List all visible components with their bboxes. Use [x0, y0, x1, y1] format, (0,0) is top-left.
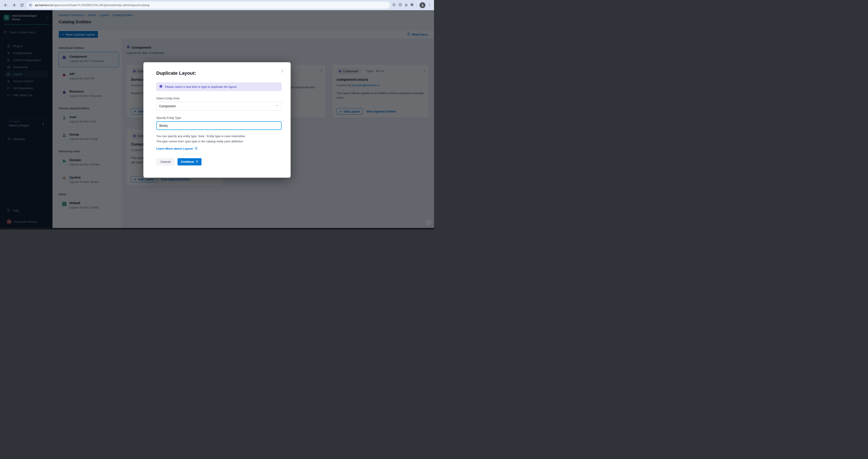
cancel-button[interactable]: Cancel	[156, 158, 175, 166]
url-text: qa.harness.io/ng/account/zEaak-FLS425IEO…	[35, 3, 150, 7]
learn-more-label: Learn More about Layout	[156, 147, 193, 150]
reload-button[interactable]	[19, 2, 25, 9]
window-bottom-edge	[0, 228, 434, 229]
entity-kind-select[interactable]: Component	[156, 102, 282, 110]
modal-title: Duplicate Layout:	[156, 70, 282, 76]
browser-window: qa.harness.io/ng/account/zEaak-FLS425IEO…	[0, 0, 434, 229]
entity-kind-label: Select Entity Kind	[156, 97, 282, 100]
browser-menu-kebab-icon[interactable]	[428, 3, 431, 7]
entity-kind-selected-value: Component	[159, 104, 176, 108]
continue-label: Continue	[181, 160, 194, 164]
address-bar[interactable]: qa.harness.io/ng/account/zEaak-FLS425IEO…	[27, 2, 390, 9]
entity-type-input[interactable]	[156, 121, 282, 130]
external-doc-icon	[194, 147, 198, 151]
extension-badge-icon[interactable]	[398, 3, 402, 8]
learn-more-link[interactable]: Learn More about Layout	[156, 147, 282, 151]
chevron-down-icon	[276, 104, 279, 108]
bookmark-star-icon[interactable]	[392, 3, 396, 8]
url-host: qa.harness.io	[35, 3, 53, 7]
browser-chrome: qa.harness.io/ng/account/zEaak-FLS425IEO…	[0, 0, 434, 10]
site-settings-icon[interactable]	[28, 2, 33, 8]
close-icon[interactable]	[279, 68, 285, 74]
extensions-puzzle-icon[interactable]	[410, 3, 414, 7]
forward-button[interactable]	[10, 2, 17, 9]
divider	[416, 3, 417, 7]
info-banner-text: Please select a new kind or type to dupl…	[165, 85, 237, 88]
url-path: /ng/account/zEaak-FLS425IEO7OLzMUg/modul…	[53, 3, 150, 7]
settings-gear-icon[interactable]: ⚙	[405, 3, 408, 7]
note-line1: You can specify any entity type. Note : …	[156, 134, 282, 139]
browser-profile-avatar[interactable]	[420, 2, 425, 8]
support-chat-icon[interactable]	[426, 219, 432, 226]
continue-button[interactable]: Continue	[178, 158, 202, 166]
info-icon	[159, 85, 163, 89]
chevron-right-icon	[196, 160, 198, 164]
duplicate-layout-modal: Duplicate Layout: Please select a new ki…	[144, 62, 290, 178]
back-button[interactable]	[2, 2, 9, 9]
info-banner: Please select a new kind or type to dupl…	[156, 82, 282, 91]
entity-type-label: Specify Entity Type	[156, 116, 282, 119]
note-line2: The type comes from spec.type in the cat…	[156, 139, 282, 144]
